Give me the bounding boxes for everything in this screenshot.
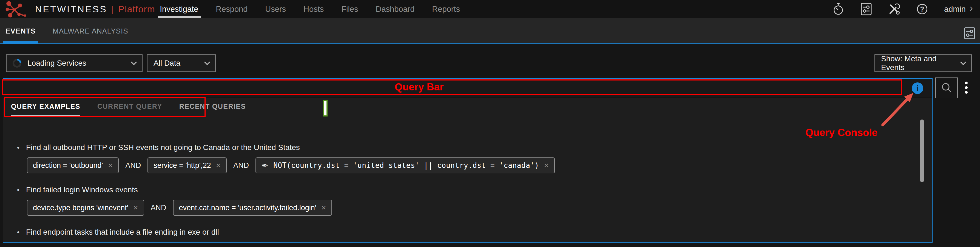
example-query-row: device.type begins 'winevent'×ANDevent.c… [27, 200, 880, 216]
query-pill[interactable]: direction = 'outbound'× [27, 157, 119, 173]
help-glyph: ? [920, 5, 924, 13]
service-selector-label: Loading Services [27, 59, 86, 67]
bullet-icon: • [17, 186, 19, 194]
more-options-menu-icon[interactable] [965, 82, 968, 94]
tools-icon[interactable] [888, 2, 900, 16]
nav-item-files[interactable]: Files [341, 0, 358, 18]
chevron-down-icon [131, 59, 137, 65]
example-description: •Find all outbound HTTP or SSH events no… [17, 142, 880, 153]
time-range-label: All Data [154, 59, 180, 67]
query-example: •Find failed login Windows eventsdevice.… [17, 184, 880, 216]
show-mode-dropdown[interactable]: Show: Meta and Events [875, 55, 972, 72]
brand-name: NETWITNESS [35, 4, 107, 14]
show-mode-label: Show: Meta and Events [881, 55, 955, 72]
example-description-text: Find failed login Windows events [26, 186, 138, 194]
console-tab-current-query[interactable]: CURRENT QUERY [97, 103, 162, 117]
nav-item-hosts[interactable]: Hosts [304, 0, 324, 18]
query-console-info-icon[interactable]: i [912, 82, 923, 94]
close-icon[interactable]: × [216, 161, 221, 170]
brand-divider: | [111, 4, 114, 14]
query-example: •Find endpoint tasks that include a file… [17, 227, 880, 242]
info-glyph: i [916, 84, 919, 92]
top-icons: ? admin › [832, 0, 980, 18]
query-console: QUERY EXAMPLES CURRENT QUERY RECENT QUER… [3, 98, 932, 242]
console-tab-recent-queries[interactable]: RECENT QUERIES [179, 103, 246, 117]
pill-text: NOT(country.dst = 'united states' || cou… [273, 161, 539, 170]
pill-text: direction = 'outbound' [33, 161, 103, 170]
tab-list: EVENTS MALWARE ANALYSIS [5, 18, 128, 44]
annotation-query-console-label: Query Console [805, 127, 878, 138]
nav-item-users[interactable]: Users [265, 0, 286, 18]
text-cursor-indicator [323, 100, 328, 117]
operator-label: AND [124, 161, 142, 170]
bullet-icon: • [17, 143, 19, 152]
service-selector-dropdown[interactable]: Loading Services [6, 55, 143, 72]
close-icon[interactable]: × [108, 161, 113, 170]
pill-text: event.cat.name = 'user.activity.failed.l… [179, 204, 317, 212]
chevron-down-icon [960, 59, 966, 65]
query-pill[interactable]: event.cat.name = 'user.activity.failed.l… [173, 200, 332, 216]
query-pill[interactable]: ✒NOT(country.dst = 'united states' || co… [256, 157, 555, 173]
examples-list: •Find all outbound HTTP or SSH events no… [3, 142, 880, 242]
freeform-quill-icon: ✒ [261, 161, 268, 170]
close-icon[interactable]: × [544, 161, 549, 170]
user-menu[interactable]: admin › [944, 5, 973, 14]
example-description: •Find endpoint tasks that include a file… [17, 227, 880, 237]
example-query-row: direction = 'outbound'×ANDservice = 'htt… [27, 157, 880, 173]
tab-malware-analysis[interactable]: MALWARE ANALYSIS [52, 18, 128, 44]
top-nav-bar: NETWITNESS | Platform Investigate Respon… [0, 0, 980, 18]
pill-text: device.type begins 'winevent' [33, 204, 128, 212]
preferences-icon[interactable] [964, 27, 975, 40]
user-name: admin [944, 5, 966, 14]
brand: NETWITNESS | Platform [5, 0, 155, 18]
query-bar[interactable]: i [3, 79, 932, 98]
example-description-text: Find endpoint tasks that include a file … [26, 228, 219, 237]
nav-item-respond[interactable]: Respond [216, 0, 248, 18]
investigate-tab-bar: EVENTS MALWARE ANALYSIS [0, 18, 980, 44]
example-description: •Find failed login Windows events [17, 184, 880, 195]
example-description-text: Find all outbound HTTP or SSH events not… [26, 143, 300, 152]
operator-label: AND [232, 161, 250, 170]
bullet-icon: • [17, 228, 19, 237]
console-tab-query-examples[interactable]: QUERY EXAMPLES [11, 103, 80, 117]
chevron-right-icon: › [970, 8, 973, 10]
help-icon[interactable]: ? [916, 2, 928, 16]
operator-label: AND [150, 204, 167, 212]
query-example: •Find all outbound HTTP or SSH events no… [17, 142, 880, 173]
nav-item-investigate[interactable]: Investigate [160, 0, 198, 18]
netwitness-app: NETWITNESS | Platform Investigate Respon… [0, 0, 980, 247]
query-pill[interactable]: service = 'http',22× [148, 157, 227, 173]
console-scrollbar[interactable] [920, 120, 924, 182]
search-icon [941, 82, 952, 94]
search-button[interactable] [935, 77, 958, 98]
jobs-icon[interactable] [860, 2, 872, 16]
brand-product: Platform [118, 4, 155, 14]
tab-events[interactable]: EVENTS [5, 18, 36, 44]
pill-text: service = 'http',22 [154, 161, 211, 170]
close-icon[interactable]: × [321, 203, 326, 212]
time-range-dropdown[interactable]: All Data [147, 55, 216, 72]
query-panel: i QUERY EXAMPLES CURRENT QUERY RECENT QU… [3, 78, 932, 242]
console-tab-list: QUERY EXAMPLES CURRENT QUERY RECENT QUER… [11, 103, 246, 117]
nav-item-reports[interactable]: Reports [432, 0, 460, 18]
nav-item-dashboard[interactable]: Dashboard [375, 0, 414, 18]
query-pill[interactable]: device.type begins 'winevent'× [27, 200, 144, 216]
chevron-down-icon [204, 59, 210, 65]
loading-spinner-icon [11, 57, 23, 69]
main-nav: Investigate Respond Users Hosts Files Da… [160, 0, 460, 18]
close-icon[interactable]: × [133, 203, 138, 212]
netwitness-logo-icon [5, 0, 31, 18]
stopwatch-icon[interactable] [832, 2, 844, 16]
